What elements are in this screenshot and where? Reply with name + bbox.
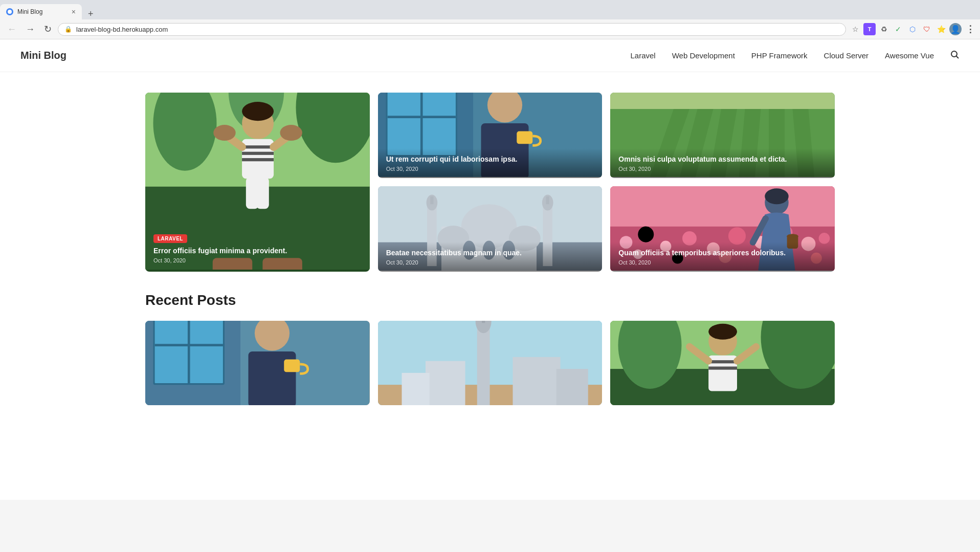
svg-rect-101 (709, 360, 738, 363)
svg-point-0 (8, 10, 12, 14)
nav-web-development[interactable]: Web Development (672, 51, 735, 60)
card-2-overlay: Omnis nisi culpa voluptatum assumenda et… (610, 148, 835, 178)
profile-avatar[interactable]: 👤 (949, 23, 962, 35)
svg-rect-45 (430, 196, 433, 205)
card-center-overlay: LARAVEL Error officiis fugiat minima a p… (145, 225, 370, 272)
recent-posts-section: Recent Posts (0, 292, 980, 436)
svg-rect-54 (610, 186, 835, 227)
svg-rect-23 (242, 152, 274, 155)
browser-chrome: Mini Blog × + ← → ↻ 🔒 laravel-blog-bd.he… (0, 0, 980, 39)
recent-card-1[interactable] (145, 321, 370, 405)
card-center-badge: LARAVEL (153, 234, 187, 243)
svg-rect-22 (242, 145, 274, 148)
svg-point-20 (242, 102, 274, 121)
svg-point-71 (765, 188, 789, 204)
card-1[interactable]: Ut rem corrupti qui id laboriosam ipsa. … (378, 93, 603, 178)
svg-point-29 (213, 125, 235, 141)
card-center[interactable]: LARAVEL Error officiis fugiat minima a p… (145, 93, 370, 272)
tab-title: Mini Blog (17, 8, 68, 15)
svg-rect-24 (242, 158, 274, 161)
card-1-overlay: Ut rem corrupti qui id laboriosam ipsa. … (378, 148, 603, 178)
card-1-title: Ut rem corrupti qui id laboriosam ipsa. (386, 154, 594, 164)
active-tab[interactable]: Mini Blog × (0, 4, 82, 19)
browser-toolbar: ← → ↻ 🔒 laravel-blog-bd.herokuapp.com ☆ … (0, 19, 980, 39)
svg-rect-34 (610, 93, 835, 109)
search-icon[interactable] (950, 50, 960, 61)
cards-section: Ut rem corrupti qui id laboriosam ipsa. … (0, 72, 980, 292)
card-4-title: Quam officiis a temporibus asperiores do… (618, 248, 827, 257)
extension-icon-2[interactable]: ♻ (878, 23, 890, 35)
recent-posts-title: Recent Posts (145, 292, 835, 308)
extension-icon-6[interactable]: ⭐ (935, 23, 947, 35)
new-tab-button[interactable]: + (84, 9, 98, 19)
card-center-title: Error officiis fugiat minima a provident… (153, 246, 362, 255)
card-4[interactable]: Quam officiis a temporibus asperiores do… (610, 186, 835, 272)
card-2[interactable]: Omnis nisi culpa voluptatum assumenda et… (610, 93, 835, 178)
bookmark-icon[interactable]: ☆ (849, 23, 861, 35)
lock-icon: 🔒 (64, 26, 72, 33)
svg-point-56 (638, 227, 654, 242)
extension-icon-5[interactable]: 🛡 (921, 23, 933, 35)
svg-rect-88 (482, 321, 485, 323)
recent-card-2[interactable] (378, 321, 603, 405)
svg-rect-82 (284, 360, 300, 372)
card-center-date: Oct 30, 2020 (153, 257, 362, 263)
svg-rect-102 (709, 366, 738, 369)
extension-icon-1[interactable]: T (863, 23, 876, 35)
nav-awesome-vue[interactable]: Awesome Vue (885, 51, 934, 60)
card-3-title: Beatae necessitatibus magnam in quae. (386, 248, 594, 257)
svg-point-99 (709, 324, 738, 340)
svg-rect-89 (426, 361, 465, 405)
recent-posts-grid (145, 321, 835, 405)
card-3-date: Oct 30, 2020 (386, 259, 594, 266)
card-3-overlay: Beatae necessitatibus magnam in quae. Oc… (378, 242, 603, 272)
svg-point-1 (951, 51, 957, 57)
tab-close-button[interactable]: × (72, 8, 76, 15)
extension-icon-3[interactable]: ✓ (892, 23, 904, 35)
nav-php-framework[interactable]: PHP Framework (751, 51, 808, 60)
back-button[interactable]: ← (4, 23, 19, 36)
extension-icon-4[interactable]: ⬡ (906, 23, 919, 35)
page-content: Mini Blog Laravel Web Development PHP Fr… (0, 39, 980, 500)
toolbar-icons: ☆ T ♻ ✓ ⬡ 🛡 ⭐ 👤 ⋮ (849, 23, 976, 35)
svg-point-30 (280, 125, 302, 141)
svg-rect-48 (546, 196, 549, 205)
site-logo[interactable]: Mini Blog (20, 50, 66, 61)
nav-cloud-server[interactable]: Cloud Server (824, 51, 869, 60)
svg-rect-90 (513, 357, 560, 405)
card-3[interactable]: Beatae necessitatibus magnam in quae. Oc… (378, 186, 603, 272)
site-header: Mini Blog Laravel Web Development PHP Fr… (0, 39, 980, 72)
card-1-date: Oct 30, 2020 (386, 166, 594, 172)
svg-rect-86 (477, 321, 489, 405)
tab-favicon (6, 8, 13, 15)
refresh-button[interactable]: ↻ (41, 23, 55, 36)
recent-card-3[interactable] (610, 321, 835, 405)
svg-line-2 (956, 56, 959, 58)
nav-laravel[interactable]: Laravel (630, 51, 655, 60)
card-4-overlay: Quam officiis a temporibus asperiores do… (610, 242, 835, 272)
svg-rect-12 (517, 131, 532, 144)
address-text: laravel-blog-bd.herokuapp.com (76, 26, 839, 33)
site-nav: Laravel Web Development PHP Framework Cl… (630, 50, 960, 61)
card-2-title: Omnis nisi culpa voluptatum assumenda et… (618, 154, 827, 164)
svg-rect-92 (556, 369, 588, 405)
forward-button[interactable]: → (23, 23, 38, 36)
address-bar[interactable]: 🔒 laravel-blog-bd.herokuapp.com (58, 23, 846, 36)
svg-rect-28 (256, 177, 269, 209)
tab-bar: Mini Blog × + (0, 0, 980, 19)
card-4-date: Oct 30, 2020 (618, 259, 827, 266)
svg-rect-91 (402, 373, 429, 405)
menu-button[interactable]: ⋮ (964, 23, 976, 35)
card-2-date: Oct 30, 2020 (618, 166, 827, 172)
cards-grid: Ut rem corrupti qui id laboriosam ipsa. … (145, 93, 835, 272)
